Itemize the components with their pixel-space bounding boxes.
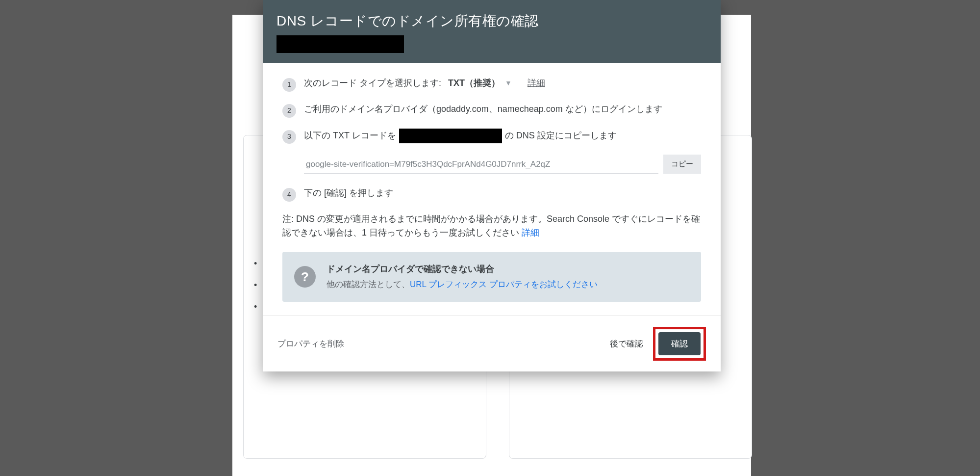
chevron-down-icon: ▼ — [505, 78, 512, 89]
later-button[interactable]: 後で確認 — [610, 338, 643, 349]
step-4-text: 下の [確認] を押します — [304, 186, 701, 200]
step-3: 3 以下の TXT レコードを の DNS 設定にコピーします — [282, 129, 701, 144]
step-2: 2 ご利用のドメイン名プロバイダ（godaddy.com、namecheap.c… — [282, 103, 701, 118]
dialog-header: DNS レコードでのドメイン所有権の確認 — [263, 0, 721, 63]
copy-button[interactable]: コピー — [663, 155, 701, 174]
step-1-details-link[interactable]: 詳細 — [528, 77, 545, 90]
step-2-badge: 2 — [282, 104, 296, 118]
record-type-value: TXT（推奨） — [448, 77, 500, 90]
step-1-label: 次のレコード タイプを選択します: — [304, 77, 441, 90]
step-4: 4 下の [確認] を押します — [282, 186, 701, 202]
step-3-badge: 3 — [282, 130, 296, 144]
delete-property-link[interactable]: プロパティを削除 — [277, 338, 344, 349]
dialog-footer: プロパティを削除 後で確認 確認 — [263, 316, 721, 371]
dns-note-text: 注: DNS の変更が適用されるまでに時間がかかる場合があります。Search … — [282, 214, 700, 238]
redacted-domain — [276, 35, 404, 53]
record-type-select[interactable]: TXT（推奨） ▼ — [448, 77, 512, 90]
confirm-highlight: 確認 — [653, 327, 706, 361]
txt-record-input[interactable] — [304, 155, 658, 174]
backdrop-bullets: ••• — [254, 253, 257, 317]
step-3-suffix: の DNS 設定にコピーします — [505, 129, 617, 143]
step-4-badge: 4 — [282, 188, 296, 202]
confirm-button[interactable]: 確認 — [658, 332, 701, 355]
txt-record-row: コピー — [304, 155, 701, 174]
dialog-body: 1 次のレコード タイプを選択します: TXT（推奨） ▼ 詳細 2 ご利用のド… — [263, 63, 721, 316]
step-3-prefix: 以下の TXT レコードを — [304, 129, 396, 143]
redacted-domain-inline — [399, 129, 502, 143]
help-icon: ? — [294, 266, 316, 288]
step-2-text: ご利用のドメイン名プロバイダ（godaddy.com、namecheap.com… — [304, 103, 701, 116]
dialog-title: DNS レコードでのドメイン所有権の確認 — [276, 12, 707, 30]
step-1-badge: 1 — [282, 78, 296, 92]
url-prefix-link[interactable]: URL プレフィックス プロパティをお試しください — [410, 280, 598, 289]
dns-verify-dialog: DNS レコードでのドメイン所有権の確認 1 次のレコード タイプを選択します:… — [263, 0, 721, 371]
dns-note: 注: DNS の変更が適用されるまでに時間がかかる場合があります。Search … — [282, 212, 701, 240]
help-panel: ? ドメイン名プロバイダで確認できない場合 他の確認方法として、URL プレフィ… — [282, 252, 701, 302]
help-title: ドメイン名プロバイダで確認できない場合 — [327, 263, 598, 276]
dns-note-details-link[interactable]: 詳細 — [522, 228, 539, 238]
step-1: 1 次のレコード タイプを選択します: TXT（推奨） ▼ 詳細 — [282, 77, 701, 92]
help-subtext: 他の確認方法として、URL プレフィックス プロパティをお試しください — [327, 278, 598, 291]
